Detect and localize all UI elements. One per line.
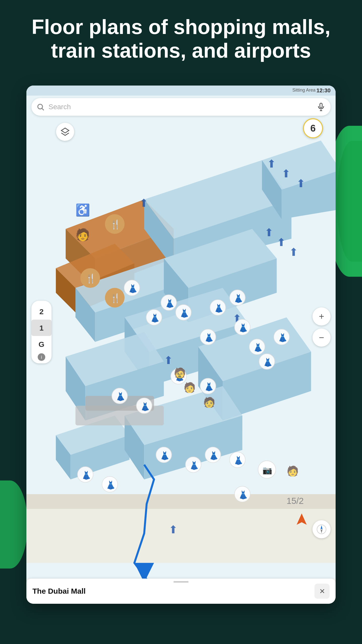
svg-rect-1: [26, 504, 336, 563]
svg-text:👗: 👗: [253, 343, 263, 352]
svg-text:👗: 👗: [128, 284, 138, 293]
svg-text:👗: 👗: [165, 299, 175, 308]
svg-marker-117: [321, 529, 323, 533]
svg-text:👗: 👗: [238, 323, 248, 333]
compass-icon: [316, 524, 327, 534]
svg-text:🧑: 🧑: [75, 228, 90, 242]
svg-rect-110: [320, 103, 322, 108]
sheet-title: The Dubai Mall: [32, 587, 314, 595]
search-bar[interactable]: Search: [31, 98, 331, 116]
svg-text:👗: 👗: [116, 392, 125, 401]
hero-title: Floor plans of shopping malls, train sta…: [0, 15, 362, 63]
search-icon: [36, 103, 44, 111]
svg-point-108: [38, 104, 42, 109]
zoom-out-label: −: [319, 332, 324, 343]
phone-mockup: ⬆ ⬆ ⬆ ⬆ ⬆ ⬆ ⬆ ⬆ ⬆ ⬆ 👗 👗 👗: [26, 86, 336, 604]
zoom-out-button[interactable]: −: [312, 329, 331, 347]
map-controls: + −: [312, 307, 331, 347]
svg-marker-116: [321, 525, 323, 529]
svg-text:👗: 👗: [150, 313, 160, 323]
svg-text:👗: 👗: [81, 471, 91, 480]
svg-text:⬆: ⬆: [289, 246, 298, 258]
sitting-area-label: Sitting Area: [292, 88, 315, 93]
svg-text:♿: ♿: [75, 203, 90, 217]
svg-text:🧑: 🧑: [203, 396, 215, 408]
svg-text:👗: 👗: [278, 333, 288, 342]
svg-text:👗: 👗: [160, 451, 170, 460]
layers-icon: [61, 127, 70, 136]
svg-text:🍴: 🍴: [85, 273, 96, 284]
cluster-count: 6: [310, 123, 315, 134]
search-placeholder: Search: [44, 103, 316, 111]
svg-text:👗: 👗: [238, 490, 248, 500]
svg-marker-114: [297, 513, 307, 525]
location-pointer: [295, 512, 308, 528]
cluster-badge[interactable]: 6: [303, 118, 323, 138]
zoom-in-label: +: [319, 311, 324, 322]
svg-text:👗: 👗: [234, 294, 243, 303]
microphone-icon[interactable]: [316, 102, 326, 111]
zoom-in-button[interactable]: +: [312, 307, 331, 326]
floor-item-2[interactable]: 2: [31, 303, 52, 320]
close-icon: ✕: [319, 587, 325, 595]
svg-text:🧑: 🧑: [184, 382, 196, 393]
svg-text:👗: 👗: [214, 304, 224, 313]
svg-text:👗: 👗: [140, 402, 150, 411]
floor-item-1[interactable]: 1: [31, 320, 52, 336]
svg-text:⬆: ⬆: [164, 354, 173, 366]
svg-text:⬆: ⬆: [169, 524, 178, 536]
floor-selector: 2 1 G i: [31, 301, 52, 364]
svg-text:👗: 👗: [263, 358, 273, 367]
svg-text:👗: 👗: [204, 333, 214, 342]
location-arrow-icon: [295, 512, 308, 527]
svg-text:👗: 👗: [234, 456, 243, 465]
floor-item-g[interactable]: G: [31, 336, 52, 352]
layer-button[interactable]: [56, 123, 74, 141]
svg-text:🧑: 🧑: [174, 367, 186, 379]
svg-text:👗: 👗: [209, 451, 219, 460]
svg-text:🍴: 🍴: [110, 219, 121, 230]
bg-decoration-left: [0, 480, 28, 569]
sheet-handle: [173, 581, 189, 583]
svg-text:⬆: ⬆: [139, 197, 148, 209]
svg-text:👗: 👗: [106, 480, 116, 490]
svg-text:🧑: 🧑: [287, 465, 299, 477]
compass-button[interactable]: [312, 520, 331, 538]
svg-text:🍴: 🍴: [110, 293, 121, 303]
svg-text:📷: 📷: [262, 466, 272, 475]
sheet-close-button[interactable]: ✕: [314, 584, 330, 599]
svg-text:👗: 👗: [179, 309, 189, 318]
svg-text:15/2: 15/2: [287, 496, 304, 506]
svg-text:⬆: ⬆: [296, 177, 305, 189]
svg-marker-113: [61, 128, 69, 133]
status-time: 12:30: [316, 87, 331, 94]
svg-text:⬆: ⬆: [264, 226, 274, 238]
floor-info-icon[interactable]: i: [38, 353, 45, 361]
svg-text:👗: 👗: [204, 382, 214, 391]
svg-text:⬆: ⬆: [277, 236, 286, 248]
svg-text:⬆: ⬆: [282, 168, 291, 180]
map-area: ⬆ ⬆ ⬆ ⬆ ⬆ ⬆ ⬆ ⬆ ⬆ ⬆ 👗 👗 👗: [26, 86, 336, 579]
svg-line-109: [42, 108, 44, 110]
svg-text:👗: 👗: [189, 461, 199, 470]
svg-text:⬆: ⬆: [267, 158, 276, 170]
bottom-sheet: The Dubai Mall ✕: [26, 579, 336, 604]
status-bar: Sitting Area 12:30: [26, 86, 336, 96]
